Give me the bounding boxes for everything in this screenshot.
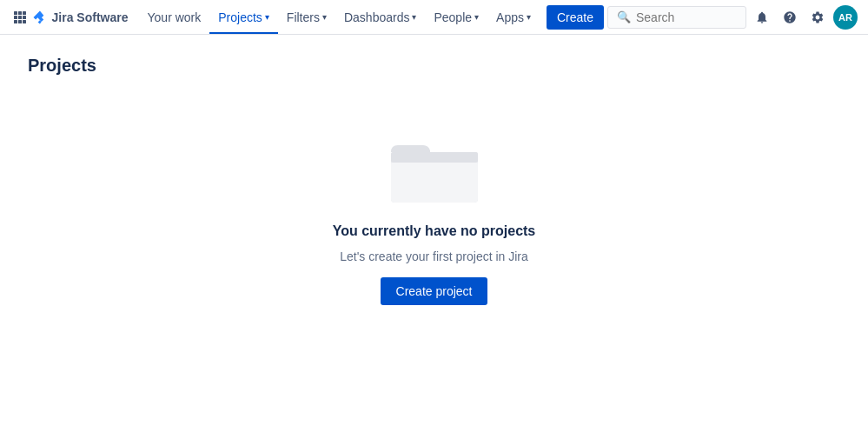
svg-rect-3: [14, 16, 17, 19]
nav-dashboards[interactable]: Dashboards ▾: [335, 0, 426, 34]
search-box[interactable]: 🔍: [607, 6, 746, 29]
page-title: Projects: [28, 56, 840, 76]
logo[interactable]: Jira Software: [33, 10, 129, 24]
svg-rect-1: [18, 11, 22, 15]
svg-rect-6: [14, 20, 17, 23]
help-button[interactable]: [778, 5, 802, 30]
navbar: Jira Software Your work Projects ▾ Filte…: [0, 0, 868, 35]
nav-projects[interactable]: Projects ▾: [209, 0, 278, 34]
nav-people[interactable]: People ▾: [425, 0, 487, 34]
settings-button[interactable]: [805, 5, 830, 30]
svg-rect-10: [391, 161, 478, 203]
nav-apps[interactable]: Apps ▾: [487, 0, 540, 34]
empty-state: You currently have no projects Let's cre…: [28, 128, 840, 305]
dashboards-chevron-icon: ▾: [412, 12, 416, 22]
apps-chevron-icon: ▾: [527, 12, 531, 22]
filters-chevron-icon: ▾: [322, 12, 327, 22]
people-chevron-icon: ▾: [474, 12, 479, 22]
svg-rect-7: [18, 20, 22, 23]
svg-rect-5: [23, 16, 26, 19]
nav-items: Your work Projects ▾ Filters ▾ Dashboard…: [139, 0, 540, 34]
page-content: Projects You currently have no projects …: [0, 35, 868, 326]
grid-menu-icon[interactable]: [10, 5, 30, 30]
create-project-button[interactable]: Create project: [381, 277, 488, 305]
nav-your-work[interactable]: Your work: [139, 0, 210, 34]
nav-filters[interactable]: Filters ▾: [278, 0, 335, 34]
empty-title: You currently have no projects: [333, 223, 536, 239]
avatar[interactable]: AR: [833, 5, 858, 30]
projects-chevron-icon: ▾: [265, 12, 269, 22]
folder-illustration: [387, 128, 482, 206]
search-input[interactable]: [636, 10, 737, 24]
create-button[interactable]: Create: [547, 5, 604, 30]
search-icon: 🔍: [617, 10, 631, 23]
svg-rect-2: [23, 11, 26, 15]
svg-rect-8: [23, 20, 26, 23]
notifications-button[interactable]: [750, 5, 774, 30]
svg-rect-11: [391, 152, 478, 163]
empty-subtitle: Let's create your first project in Jira: [340, 249, 528, 263]
svg-rect-4: [18, 16, 22, 19]
nav-right: 🔍 AR: [607, 5, 858, 30]
logo-text: Jira Software: [52, 10, 129, 24]
svg-rect-0: [14, 11, 17, 15]
